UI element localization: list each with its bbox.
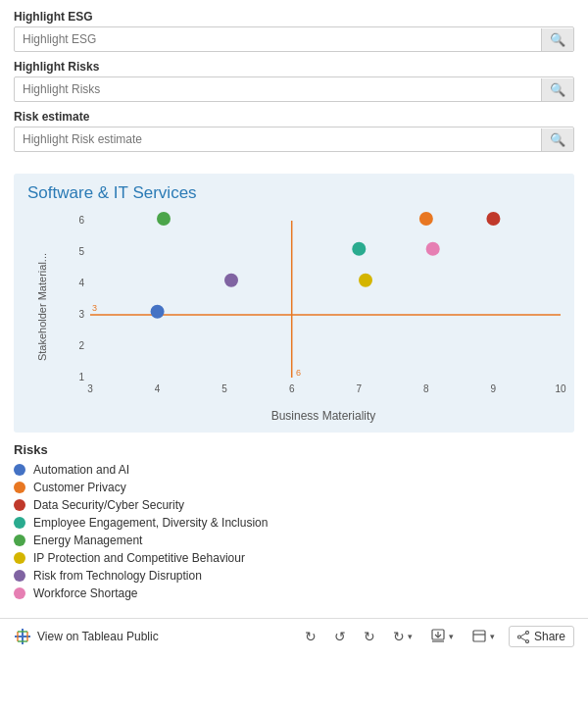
share-button[interactable]: Share — [509, 626, 574, 647]
legend-item: Risk from Technology Disruption — [14, 569, 574, 583]
ref-y-label: 3 — [92, 303, 97, 313]
ref-x-label: 6 — [296, 368, 301, 378]
undo-button[interactable]: ↻ — [301, 627, 320, 646]
share-icon — [517, 631, 530, 643]
dot-automation-ai[interactable] — [151, 305, 165, 319]
y-tick-5: 5 — [78, 246, 84, 257]
dot-employee-engagement[interactable] — [352, 242, 366, 256]
legend-dot — [14, 535, 25, 546]
filters-section: Highlight ESG 🔍 Highlight Risks 🔍 Risk e… — [0, 0, 588, 166]
download-caret: ▾ — [449, 632, 454, 641]
legend-item: Employee Engagement, Diversity & Inclusi… — [14, 516, 574, 530]
highlight-risks-input[interactable] — [15, 77, 541, 101]
y-tick-6: 6 — [78, 215, 84, 226]
x-tick-9: 9 — [491, 383, 497, 394]
redo-down-button[interactable]: ↻▾ — [389, 627, 416, 646]
legend-item: Data Security/Cyber Security — [14, 498, 574, 512]
x-tick-3: 3 — [87, 383, 93, 394]
legend-item: IP Protection and Competitive Behaviour — [14, 551, 574, 565]
legend-dot — [14, 552, 25, 564]
dot-data-security[interactable] — [486, 212, 500, 226]
x-tick-7: 7 — [357, 383, 363, 394]
legend-item-label: Automation and AI — [33, 463, 129, 477]
svg-point-12 — [525, 639, 528, 642]
legend-dot — [14, 464, 25, 476]
tableau-icon — [14, 628, 31, 645]
highlight-risks-search-button[interactable]: 🔍 — [541, 78, 573, 101]
redo-caret: ▾ — [408, 632, 413, 641]
risk-estimate-input-wrap: 🔍 — [14, 127, 574, 152]
legend-items: Automation and AI Customer Privacy Data … — [14, 463, 574, 600]
fullscreen-caret: ▾ — [490, 632, 495, 641]
y-tick-3: 3 — [78, 309, 84, 320]
svg-rect-2 — [17, 632, 19, 641]
svg-point-11 — [525, 631, 528, 634]
legend-item-label: Customer Privacy — [33, 481, 126, 494]
legend-item: Workforce Shortage — [14, 586, 574, 600]
svg-rect-5 — [18, 640, 27, 642]
svg-line-14 — [520, 633, 525, 636]
tableau-label[interactable]: View on Tableau Public — [37, 630, 159, 643]
x-axis-label: Business Materiality — [90, 409, 557, 423]
risk-estimate-group: Risk estimate 🔍 — [14, 110, 574, 152]
fullscreen-button[interactable]: ▾ — [467, 627, 499, 646]
chart-container: Software & IT Services Stakeholder Mater… — [14, 174, 574, 433]
x-tick-6: 6 — [289, 383, 295, 394]
fullscreen-icon — [471, 629, 487, 644]
chart-title: Software & IT Services — [24, 183, 564, 203]
legend-item: Automation and AI — [14, 463, 574, 477]
svg-line-15 — [520, 637, 525, 640]
legend-dot — [14, 517, 25, 529]
legend-title: Risks — [14, 442, 574, 457]
undo2-button[interactable]: ↺ — [330, 627, 350, 646]
highlight-esg-label: Highlight ESG — [14, 10, 574, 24]
x-tick-10: 10 — [555, 383, 566, 394]
dot-risk-tech[interactable] — [224, 274, 238, 287]
legend-dot — [14, 570, 25, 582]
tableau-logo-wrap: View on Tableau Public — [14, 628, 159, 645]
highlight-esg-input[interactable] — [15, 27, 541, 51]
dot-energy-management[interactable] — [157, 212, 171, 226]
highlight-esg-search-button[interactable]: 🔍 — [541, 28, 573, 51]
legend-dot — [14, 482, 25, 493]
highlight-risks-label: Highlight Risks — [14, 60, 574, 74]
legend-dot — [14, 499, 25, 511]
risk-estimate-label: Risk estimate — [14, 110, 574, 124]
highlight-risks-input-wrap: 🔍 — [14, 76, 574, 102]
highlight-esg-group: Highlight ESG 🔍 — [14, 10, 574, 52]
dot-workforce-shortage[interactable] — [426, 242, 440, 256]
legend-item-label: Risk from Technology Disruption — [33, 569, 202, 583]
highlight-risks-group: Highlight Risks 🔍 — [14, 60, 574, 102]
dot-customer-privacy[interactable] — [419, 212, 433, 226]
download-icon — [430, 629, 446, 644]
x-tick-4: 4 — [155, 383, 161, 394]
svg-rect-4 — [18, 631, 27, 633]
legend-item-label: Energy Management — [33, 534, 142, 547]
chart-area: Stakeholder Material... 3 4 5 6 7 8 9 10 — [61, 211, 557, 423]
risk-estimate-search-button[interactable]: 🔍 — [541, 128, 573, 151]
legend-item-label: IP Protection and Competitive Behaviour — [33, 551, 245, 565]
bottom-right-icons: ↻ ↺ ↻ ↻▾ ▾ ▾ — [301, 626, 574, 647]
legend-item: Customer Privacy — [14, 481, 574, 494]
svg-rect-9 — [473, 631, 485, 641]
y-tick-1: 1 — [78, 372, 84, 382]
share-label: Share — [534, 630, 565, 643]
legend-section: Risks Automation and AI Customer Privacy… — [0, 433, 588, 608]
y-axis-label: Stakeholder Material... — [36, 253, 48, 361]
legend-item-label: Data Security/Cyber Security — [33, 498, 184, 512]
y-tick-4: 4 — [78, 278, 84, 288]
svg-rect-3 — [26, 632, 28, 641]
dot-ip-protection[interactable] — [359, 274, 372, 287]
download-button[interactable]: ▾ — [426, 627, 458, 646]
x-tick-5: 5 — [221, 383, 227, 394]
legend-item-label: Employee Engagement, Diversity & Inclusi… — [33, 516, 268, 530]
svg-point-13 — [517, 636, 520, 638]
legend-dot — [14, 587, 25, 599]
x-tick-8: 8 — [423, 383, 429, 394]
risk-estimate-input[interactable] — [15, 127, 541, 151]
y-tick-2: 2 — [78, 340, 84, 351]
bottom-bar: View on Tableau Public ↻ ↺ ↻ ↻▾ ▾ ▾ — [0, 618, 588, 654]
highlight-esg-input-wrap: 🔍 — [14, 26, 574, 52]
redo-button[interactable]: ↻ — [360, 627, 379, 646]
legend-item-label: Workforce Shortage — [33, 586, 138, 600]
